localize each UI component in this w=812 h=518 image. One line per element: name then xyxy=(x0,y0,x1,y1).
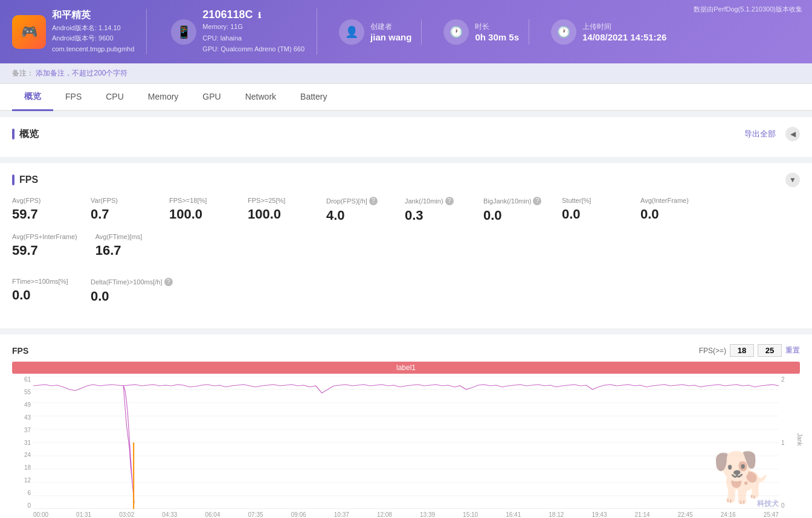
data-notice: 数据由PerfDog(5.1.210300)版本收集 xyxy=(694,5,802,14)
chart-container: 61 55 49 43 37 31 24 18 12 6 0 xyxy=(12,376,800,509)
creator-info: 👤 创建者 jian wang xyxy=(329,19,422,45)
add-notes-link[interactable]: 添加备注，不超过200个字符 xyxy=(36,69,127,77)
header: 数据由PerfDog(5.1.210300)版本收集 🎮 和平精英 Androi… xyxy=(0,0,812,63)
tab-network[interactable]: Network xyxy=(233,85,288,110)
app-name: 和平精英 xyxy=(52,9,134,22)
package-name: com.tencent.tmgp.pubgmhd xyxy=(52,44,134,55)
upload-details: 上传时间 14/08/2021 14:51:26 xyxy=(582,22,666,42)
stat-delta-ftime-value: 0.0 xyxy=(91,289,173,304)
stat-bigjank: BigJank(/10min) ? 0.0 xyxy=(483,197,544,223)
notes-bar: 备注： 添加备注，不超过200个字符 xyxy=(0,63,812,84)
stat-fps-interframe-value: 59.7 xyxy=(12,243,77,258)
stat-ftime: Avg(FTime)[ms] 16.7 xyxy=(95,233,156,258)
stat-drop: Drop(FPS)[/h] ? 4.0 xyxy=(326,197,387,223)
watermark-text: 科技犬 xyxy=(757,499,779,509)
reset-button[interactable]: 重置 xyxy=(785,345,800,356)
stat-var-fps: Var(FPS) 0.7 xyxy=(91,197,151,223)
stat-ftime-pct-label: FTime>=100ms[%] xyxy=(12,278,68,285)
export-button[interactable]: 导出全部 xyxy=(744,129,776,139)
clock-icon: 🕐 xyxy=(443,19,469,45)
stat-interframe-value: 0.0 xyxy=(640,206,701,222)
creator-details: 创建者 jian wang xyxy=(370,22,411,42)
fps-val1-input[interactable] xyxy=(730,344,754,357)
collapse-button[interactable]: ◀ xyxy=(785,127,800,141)
duration-details: 时长 0h 30m 5s xyxy=(475,22,519,42)
session-details: 2106118C ℹ Memory: 11G CPU: lahaina GPU:… xyxy=(202,8,304,55)
fps-val2-input[interactable] xyxy=(758,344,782,357)
fps-chart-section: FPS FPS(>=) 重置 label1 61 55 49 43 37 31 … xyxy=(0,334,812,518)
stat-stutter-value: 0.0 xyxy=(562,206,622,222)
info-icon[interactable]: ℹ xyxy=(258,11,261,20)
tab-overview[interactable]: 概览 xyxy=(12,84,53,111)
stat-bigjank-value: 0.0 xyxy=(483,208,544,223)
android-code: Android版本号: 9600 xyxy=(52,33,134,44)
upload-info: 🕐 上传时间 14/08/2021 14:51:26 xyxy=(541,19,676,45)
fps-collapse-button[interactable]: ▼ xyxy=(785,173,800,187)
jank-help-icon[interactable]: ? xyxy=(445,197,454,205)
fps-filter-label: FPS(>=) xyxy=(699,347,726,355)
tab-gpu[interactable]: GPU xyxy=(190,85,233,110)
stat-drop-label: Drop(FPS)[/h] xyxy=(326,197,367,205)
drop-help-icon[interactable]: ? xyxy=(369,197,378,205)
stat-ftime-pct: FTime>=100ms[%] 0.0 xyxy=(12,278,72,304)
fps-stats-grid: Avg(FPS) 59.7 Var(FPS) 0.7 FPS>=18[%] 10… xyxy=(12,197,800,268)
fps-line xyxy=(33,385,779,503)
app-details: 和平精英 Android版本名: 1.14.10 Android版本号: 960… xyxy=(52,9,134,55)
app-icon: 🎮 xyxy=(12,15,46,49)
tab-cpu[interactable]: CPU xyxy=(94,85,136,110)
y-axis-left: 61 55 49 43 37 31 24 18 12 6 0 xyxy=(12,376,33,509)
chart-toolbar: FPS FPS(>=) 重置 xyxy=(12,344,800,357)
session-id: 2106118C ℹ xyxy=(202,8,304,21)
overview-title: 概览 xyxy=(12,128,39,141)
stat-fps18-label: FPS>=18[%] xyxy=(169,197,207,204)
stat-delta-ftime: Delta(FTime)>100ms[/h] ? 0.0 xyxy=(91,278,173,304)
stat-var-fps-value: 0.7 xyxy=(91,206,151,222)
tab-battery[interactable]: Battery xyxy=(288,85,339,110)
tab-fps[interactable]: FPS xyxy=(53,85,94,110)
stat-avg-fps-value: 59.7 xyxy=(12,206,72,222)
stat-bigjank-label: BigJank(/10min) xyxy=(483,197,531,205)
stat-ftime-pct-value: 0.0 xyxy=(12,287,72,303)
fps-stats-section: FPS ▼ Avg(FPS) 59.7 Var(FPS) 0.7 FPS>=18… xyxy=(0,163,812,328)
fps-section-header: FPS ▼ xyxy=(12,173,800,187)
fps-chart-svg xyxy=(33,376,779,509)
overview-header: 概览 导出全部 ◀ xyxy=(12,127,800,141)
fps-stats-grid-2: FTime>=100ms[%] 0.0 Delta(FTime)>100ms[/… xyxy=(12,278,800,314)
history-icon: 🕐 xyxy=(551,19,576,45)
stat-fps-interframe-label: Avg(FPS+InterFrame) xyxy=(12,233,77,240)
stat-jank: Jank(/10min) ? 0.3 xyxy=(405,197,465,223)
stat-ftime-value: 16.7 xyxy=(95,243,156,258)
bigjank-help-icon[interactable]: ? xyxy=(533,197,541,205)
session-gpu: GPU: Qualcomm Adreno (TM) 660 xyxy=(202,43,304,55)
overview-section: 概览 导出全部 ◀ xyxy=(0,117,812,157)
session-info: 📱 2106118C ℹ Memory: 11G CPU: lahaina GP… xyxy=(159,8,317,55)
y-axis-right: 2 1 0 xyxy=(779,376,797,509)
stat-interframe: Avg(InterFrame) 0.0 xyxy=(640,197,701,223)
stat-jank-value: 0.3 xyxy=(405,208,465,223)
session-cpu: CPU: lahaina xyxy=(202,33,304,44)
android-name: Android版本名: 1.14.10 xyxy=(52,23,134,34)
stat-ftime-label: Avg(FTime)[ms] xyxy=(95,233,143,240)
delta-help-icon[interactable]: ? xyxy=(164,278,173,286)
stat-fps18: FPS>=18[%] 100.0 xyxy=(169,197,230,223)
dog-mascot: 🐕 xyxy=(712,449,773,506)
stat-var-fps-label: Var(FPS) xyxy=(91,197,118,204)
stat-avg-fps-label: Avg(FPS) xyxy=(12,197,40,204)
main-content: 概览 导出全部 ◀ FPS ▼ Avg(FPS) 59.7 Var(FPS) 0… xyxy=(0,117,812,518)
fps-section-title: FPS xyxy=(12,174,38,185)
stat-stutter: Stutter[%] 0.0 xyxy=(562,197,622,223)
tab-memory[interactable]: Memory xyxy=(136,85,191,110)
stat-stutter-label: Stutter[%] xyxy=(562,197,591,204)
stat-interframe-label: Avg(InterFrame) xyxy=(640,197,689,204)
person-icon: 👤 xyxy=(339,19,364,45)
device-icon: 📱 xyxy=(171,19,196,45)
stat-fps-interframe: Avg(FPS+InterFrame) 59.7 xyxy=(12,233,77,258)
fps-filter: FPS(>=) 重置 xyxy=(699,344,800,357)
chart-title: FPS xyxy=(12,346,28,356)
stat-fps25: FPS>=25[%] 100.0 xyxy=(248,197,308,223)
stat-fps18-value: 100.0 xyxy=(169,206,230,222)
duration-info: 🕐 时长 0h 30m 5s xyxy=(434,19,529,45)
stat-drop-value: 4.0 xyxy=(326,208,387,223)
stat-fps25-value: 100.0 xyxy=(248,206,308,222)
x-axis: 00:00 01:31 03:02 04:33 06:04 07:35 09:0… xyxy=(33,511,779,518)
